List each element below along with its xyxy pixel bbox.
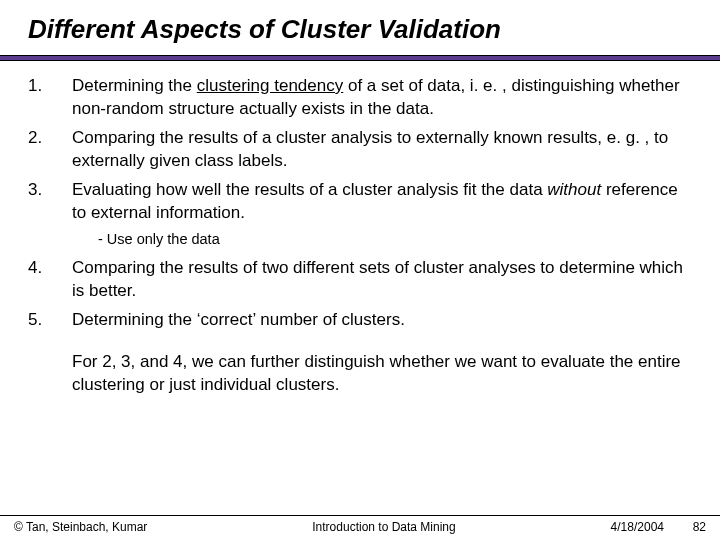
footer-page-number: 82 xyxy=(664,520,706,534)
text-pre: Evaluating how well the results of a clu… xyxy=(72,180,547,199)
item-text: Comparing the results of a cluster analy… xyxy=(72,127,686,173)
item-number: 2. xyxy=(28,127,72,173)
sub-bullet: - Use only the data xyxy=(98,231,686,247)
list-item: 3. Evaluating how well the results of a … xyxy=(28,179,686,225)
slide-title: Different Aspects of Cluster Validation xyxy=(24,14,696,45)
item-number: 4. xyxy=(28,257,72,303)
title-underline xyxy=(0,55,720,61)
list-item: 5. Determining the ‘correct’ number of c… xyxy=(28,309,686,332)
list-item: 2. Comparing the results of a cluster an… xyxy=(28,127,686,173)
slide: Different Aspects of Cluster Validation … xyxy=(0,0,720,540)
footer-date: 4/18/2004 xyxy=(554,520,664,534)
item-text: Evaluating how well the results of a clu… xyxy=(72,179,686,225)
slide-footer: © Tan, Steinbach, Kumar Introduction to … xyxy=(0,515,720,534)
item-text: Determining the clustering tendency of a… xyxy=(72,75,686,121)
item-number: 1. xyxy=(28,75,72,121)
footer-copyright: © Tan, Steinbach, Kumar xyxy=(14,520,214,534)
item-number: 3. xyxy=(28,179,72,225)
closing-paragraph: For 2, 3, and 4, we can further distingu… xyxy=(72,351,686,397)
slide-body: 1. Determining the clustering tendency o… xyxy=(24,75,696,397)
item-text: Determining the ‘correct’ number of clus… xyxy=(72,309,686,332)
text-italic: without xyxy=(547,180,601,199)
text-underline: clustering tendency xyxy=(197,76,343,95)
item-number: 5. xyxy=(28,309,72,332)
item-text: Comparing the results of two different s… xyxy=(72,257,686,303)
list-item: 1. Determining the clustering tendency o… xyxy=(28,75,686,121)
list-item: 4. Comparing the results of two differen… xyxy=(28,257,686,303)
text-pre: Determining the xyxy=(72,76,197,95)
footer-course: Introduction to Data Mining xyxy=(214,520,554,534)
